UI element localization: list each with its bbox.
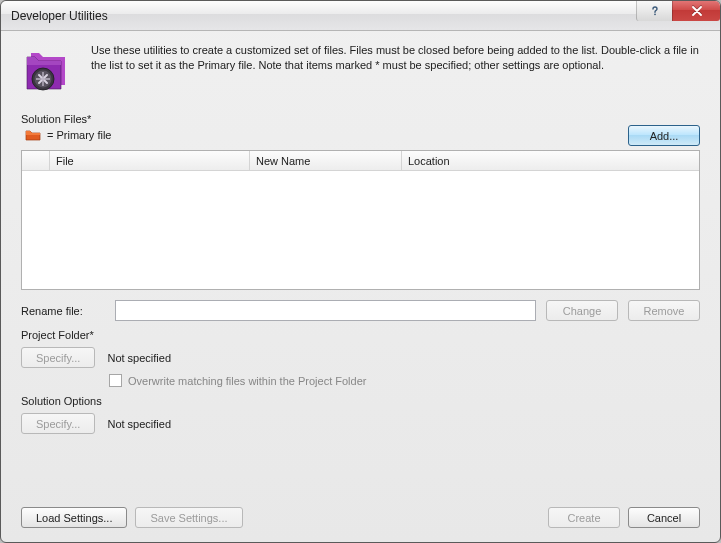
add-button[interactable]: Add...	[628, 125, 700, 146]
file-table: File New Name Location	[21, 150, 700, 290]
file-table-header: File New Name Location	[22, 151, 699, 171]
rename-label: Rename file:	[21, 305, 105, 317]
remove-button[interactable]: Remove	[628, 300, 700, 321]
overwrite-row: Overwrite matching files within the Proj…	[109, 374, 700, 387]
load-settings-button[interactable]: Load Settings...	[21, 507, 127, 528]
project-folder-status: Not specified	[107, 352, 171, 364]
specify-options-button[interactable]: Specify...	[21, 413, 95, 434]
titlebar-buttons	[636, 1, 720, 23]
solution-options-label: Solution Options	[21, 395, 700, 407]
cancel-button[interactable]: Cancel	[628, 507, 700, 528]
window-title: Developer Utilities	[11, 9, 108, 23]
solution-options-status: Not specified	[107, 418, 171, 430]
dialog-footer: Load Settings... Save Settings... Create…	[21, 497, 700, 528]
help-button[interactable]	[636, 1, 672, 21]
column-file[interactable]: File	[50, 151, 250, 170]
change-button[interactable]: Change	[546, 300, 618, 321]
intro-text: Use these utilities to create a customiz…	[91, 43, 700, 99]
intro-row: Use these utilities to create a customiz…	[21, 43, 700, 99]
help-icon	[649, 5, 661, 17]
app-icon	[21, 43, 77, 99]
overwrite-checkbox[interactable]	[109, 374, 122, 387]
rename-row: Rename file: Change Remove	[21, 300, 700, 321]
column-icon[interactable]	[22, 151, 50, 170]
project-folder-row: Specify... Not specified	[21, 347, 700, 368]
specify-project-button[interactable]: Specify...	[21, 347, 95, 368]
column-new-name[interactable]: New Name	[250, 151, 402, 170]
file-table-body[interactable]	[22, 171, 699, 289]
svg-point-0	[654, 13, 656, 15]
titlebar: Developer Utilities	[1, 1, 720, 31]
dialog-window: Developer Utilities	[0, 0, 721, 543]
create-button[interactable]: Create	[548, 507, 620, 528]
solution-options-row: Specify... Not specified	[21, 413, 700, 434]
overwrite-label: Overwrite matching files within the Proj…	[128, 375, 366, 387]
solution-files-label: Solution Files*	[21, 113, 700, 125]
project-folder-label: Project Folder*	[21, 329, 700, 341]
column-location[interactable]: Location	[402, 151, 699, 170]
close-icon	[691, 6, 703, 16]
rename-input[interactable]	[115, 300, 536, 321]
dialog-content: Use these utilities to create a customiz…	[1, 31, 720, 542]
save-settings-button[interactable]: Save Settings...	[135, 507, 242, 528]
close-button[interactable]	[672, 1, 720, 21]
